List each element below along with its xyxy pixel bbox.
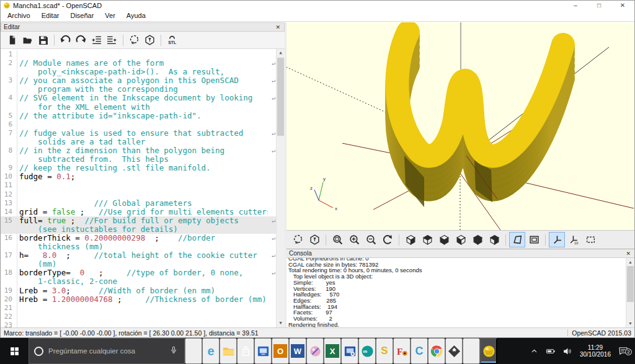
view-zoom-out-button[interactable]	[363, 232, 379, 247]
editor-preview-button[interactable]: »	[127, 33, 142, 48]
menu-item-disenar[interactable]: Diseñar	[64, 10, 99, 21]
code-text: (mm)	[17, 260, 56, 269]
editor-indent-button[interactable]	[104, 33, 120, 48]
console-scrollbar[interactable]: ▲ ▼	[626, 258, 634, 327]
line-number: 4	[1, 94, 17, 102]
editor-render-button[interactable]	[142, 33, 158, 48]
sublime-icon: S	[378, 344, 391, 358]
perspective-icon	[512, 234, 523, 245]
close-button[interactable]: ✕	[611, 1, 634, 10]
editor-scrollbar[interactable]: ▲ ▼	[276, 49, 285, 327]
console-close-icon[interactable]: ✕	[624, 251, 632, 257]
code-row: 9// keep the resulting .stl file manifol…	[1, 164, 276, 172]
taskbar-cura-button[interactable]: C	[411, 338, 428, 364]
editor-export-stl-button[interactable]: STL	[164, 33, 180, 48]
view-preview-button[interactable]: »	[290, 232, 306, 247]
code-text: fudge = 0.1;	[17, 172, 75, 181]
screen: Mancha1.scad* - OpenSCAD – □ ✕ ArchivoEd…	[0, 0, 635, 364]
minimize-button[interactable]: –	[564, 1, 587, 10]
view-orthogonal-button[interactable]	[526, 232, 542, 247]
menu-item-editar[interactable]: Editar	[36, 10, 65, 21]
taskbar-pc-settings-button[interactable]	[341, 338, 358, 364]
code-text	[17, 181, 19, 190]
scroll-up-icon[interactable]: ▲	[626, 258, 634, 266]
view-show-scale-markers-button[interactable]: 10	[566, 232, 582, 247]
view-zoom-all-button[interactable]	[329, 232, 345, 247]
view-view-front-button[interactable]	[469, 232, 486, 247]
action-center-button[interactable]: 2	[615, 345, 635, 357]
code-text: borderType= 0 ; //type of border, 0 none…	[17, 269, 243, 277]
view-view-top-button[interactable]	[419, 232, 435, 247]
tray-chevron-up-icon[interactable]	[526, 346, 543, 357]
view-show-crosshairs-button[interactable]	[582, 232, 598, 247]
scroll-up-icon[interactable]: ▲	[277, 49, 285, 57]
editor-save-file-button[interactable]	[35, 33, 51, 48]
store-icon	[239, 344, 253, 358]
code-text	[17, 321, 19, 327]
editor-undo-button[interactable]	[58, 33, 73, 48]
editor-new-file-button[interactable]	[4, 33, 20, 48]
taskbar-chrome-button[interactable]	[428, 338, 445, 364]
view-render-button[interactable]	[306, 232, 322, 247]
menu-item-ver[interactable]: Ver	[99, 10, 121, 21]
view-top-icon	[422, 234, 433, 245]
code-editor[interactable]: 12// Module names are of the form↵ poly_…	[1, 49, 285, 327]
taskbar-edge-button[interactable]: e	[202, 338, 220, 364]
view-reset-view-button[interactable]	[380, 232, 396, 247]
battery-icon[interactable]	[543, 346, 559, 357]
code-text: full= true ; //For build full or empty o…	[17, 216, 239, 225]
cortana-search-input[interactable]: Pregúntame cualquier cosa	[29, 338, 185, 364]
code-row: 13 /// Global parameters	[1, 199, 276, 208]
menu-item-ayuda[interactable]: Ayuda	[121, 10, 151, 21]
view-zoom-in-button[interactable]	[346, 232, 362, 247]
taskbar-task-view-button[interactable]	[185, 338, 202, 364]
code-row: 22	[1, 313, 276, 321]
taskbar-paint-tool-button[interactable]	[306, 338, 324, 364]
line-number: 9	[1, 164, 17, 172]
taskbar-outlook-button[interactable]: O	[272, 338, 289, 364]
editor-panel-close-icon[interactable]: ✕	[274, 24, 282, 30]
editor-unindent-button[interactable]	[89, 33, 104, 48]
scroll-down-icon[interactable]: ▼	[626, 319, 634, 327]
code-row: 5// the attribute id="inkscape-path-id".	[1, 112, 276, 120]
taskbar-file-explorer-button[interactable]	[220, 338, 237, 364]
microphone-icon[interactable]	[168, 345, 179, 357]
view-view-left-button[interactable]	[453, 232, 469, 247]
start-button[interactable]	[0, 338, 29, 364]
scroll-down-icon[interactable]: ▼	[277, 319, 285, 327]
taskbar-gimp-button[interactable]	[463, 338, 480, 364]
taskbar-remote-desktop-button[interactable]	[254, 338, 272, 364]
code-text	[17, 313, 19, 321]
view-view-right-button[interactable]	[402, 232, 419, 247]
menu-item-archivo[interactable]: Archivo	[2, 10, 36, 21]
word-icon: W	[291, 344, 304, 358]
taskbar-freecad-button[interactable]: F	[393, 338, 411, 364]
console-scroll-thumb[interactable]	[627, 266, 634, 302]
editor-toolbar: »STL	[1, 32, 285, 49]
console-panel: Consola ✕ CGAL Polyhedrons in cache: 0CG…	[286, 249, 634, 327]
taskbar-excel-button[interactable]: X	[324, 338, 341, 364]
tray-clock[interactable]: 11:29 30/10/2016	[576, 344, 615, 358]
view-view-bottom-button[interactable]	[436, 232, 452, 247]
line-number: 21	[1, 304, 17, 313]
maximize-button[interactable]: □	[587, 1, 611, 10]
console-body[interactable]: CGAL Polyhedrons in cache: 0CGAL cache s…	[286, 258, 634, 327]
view-show-axes-button[interactable]	[549, 232, 565, 247]
taskbar-openscad-button[interactable]	[480, 338, 497, 364]
line-number: 10	[1, 172, 17, 181]
model-shape	[397, 32, 563, 207]
taskbar-store-button[interactable]	[237, 338, 254, 364]
taskbar-arduino-button[interactable]: ∞	[358, 338, 376, 364]
speaker-icon[interactable]	[559, 346, 576, 357]
viewport-3d[interactable]: x y z	[286, 22, 634, 230]
taskbar-word-button[interactable]: W	[289, 338, 306, 364]
view-perspective-button[interactable]	[509, 232, 525, 247]
window-controls: – □ ✕	[564, 1, 634, 10]
taskbar-sublime-button[interactable]: S	[376, 338, 393, 364]
taskbar-inkscape-button[interactable]	[445, 338, 463, 364]
editor-redo-button[interactable]	[73, 33, 89, 48]
editor-scroll-thumb[interactable]	[277, 58, 284, 136]
view-view-back-button[interactable]	[486, 232, 502, 247]
editor-open-file-button[interactable]	[20, 33, 35, 48]
line-number: 7	[1, 129, 17, 138]
